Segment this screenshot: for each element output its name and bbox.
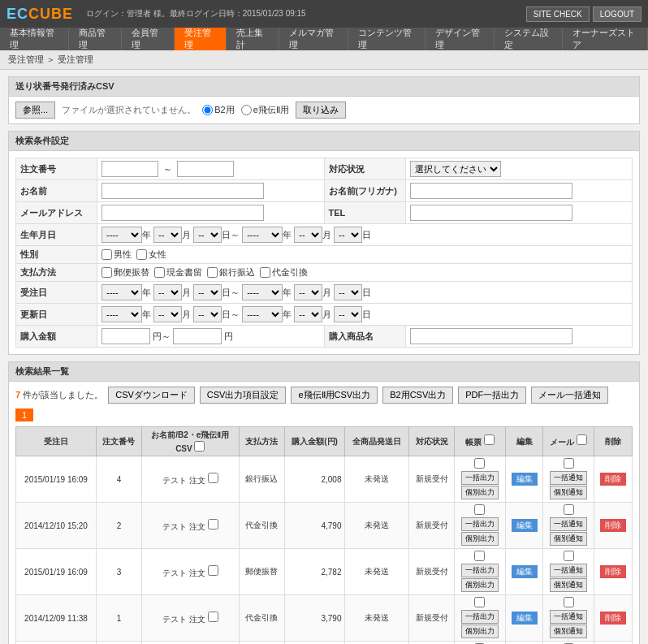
edit-btn-0[interactable]: 編集 bbox=[512, 473, 538, 486]
nav-item-基本情報管理[interactable]: 基本情報管理 bbox=[0, 28, 69, 50]
name-kana-input[interactable] bbox=[410, 183, 572, 199]
individual-output-btn-0[interactable]: 個別出力 bbox=[461, 486, 499, 499]
page-1-button[interactable]: 1 bbox=[15, 408, 33, 421]
nav-item-受注管理[interactable]: 受注管理 bbox=[175, 28, 227, 50]
individual-output-btn-1[interactable]: 個別出力 bbox=[461, 532, 499, 546]
browse-button[interactable]: 参照... bbox=[15, 102, 55, 119]
postal-label[interactable]: 郵便振替 bbox=[102, 266, 149, 279]
receipt-checkbox-0[interactable] bbox=[474, 458, 485, 469]
bulk-output-btn-3[interactable]: 一括出力 bbox=[461, 610, 499, 624]
edit-btn-3[interactable]: 編集 bbox=[512, 612, 538, 625]
nav-item-メルマガ管理[interactable]: メルマガ管理 bbox=[279, 28, 348, 50]
name-csv-all-checkbox[interactable] bbox=[194, 441, 205, 452]
receipt-all-checkbox[interactable] bbox=[484, 434, 495, 445]
ehi-csv-button[interactable]: e飛伝Ⅱ用CSV出力 bbox=[291, 387, 378, 404]
ud-day1[interactable]: -- bbox=[193, 306, 222, 322]
individual-output-btn-3[interactable]: 個別出力 bbox=[461, 625, 499, 638]
bulk-output-btn-2[interactable]: 一括出力 bbox=[461, 564, 499, 577]
nav-item-コンテンツ管理[interactable]: コンテンツ管理 bbox=[348, 28, 426, 50]
mail-checkbox-2[interactable] bbox=[564, 551, 574, 561]
bulk-output-btn-0[interactable]: 一括出力 bbox=[461, 471, 499, 485]
name-checkbox-2[interactable] bbox=[208, 565, 218, 576]
nav-item-システム設定[interactable]: システム設定 bbox=[495, 28, 564, 50]
female-checkbox[interactable] bbox=[136, 249, 147, 260]
ehi-radio[interactable] bbox=[241, 105, 252, 115]
name-input[interactable] bbox=[102, 183, 264, 199]
delete-btn-2[interactable]: 削除 bbox=[600, 565, 626, 578]
email-input[interactable] bbox=[102, 205, 264, 221]
mail-all-checkbox[interactable] bbox=[577, 434, 587, 445]
bulk-notify-btn-2[interactable]: 一括通知 bbox=[550, 564, 587, 577]
import-button[interactable]: 取り込み bbox=[296, 102, 346, 119]
postal-checkbox[interactable] bbox=[102, 267, 112, 278]
individual-notify-btn-0[interactable]: 個別通知 bbox=[550, 486, 587, 499]
od-month1[interactable]: -- bbox=[153, 284, 182, 300]
ud-day2[interactable]: -- bbox=[334, 306, 362, 322]
cash-label[interactable]: 現金書留 bbox=[154, 266, 202, 279]
bulk-output-btn-1[interactable]: 一括出力 bbox=[461, 517, 499, 531]
receipt-checkbox-1[interactable] bbox=[474, 504, 485, 515]
cash-checkbox[interactable] bbox=[154, 267, 165, 278]
status-select[interactable]: 選択してください bbox=[410, 161, 501, 177]
bank-checkbox[interactable] bbox=[207, 267, 218, 278]
csv-download-button[interactable]: CSVダウンロード bbox=[108, 387, 195, 404]
bulk-notify-btn-1[interactable]: 一括通知 bbox=[550, 517, 587, 531]
individual-notify-btn-1[interactable]: 個別通知 bbox=[550, 532, 587, 546]
bulk-notify-btn-3[interactable]: 一括通知 bbox=[550, 610, 587, 624]
od-year1[interactable]: ---- bbox=[102, 284, 142, 300]
female-label[interactable]: 女性 bbox=[136, 249, 166, 261]
od-day2[interactable]: -- bbox=[334, 284, 362, 300]
delete-btn-1[interactable]: 削除 bbox=[600, 519, 626, 532]
b2-radio-label[interactable]: B2用 bbox=[202, 104, 234, 116]
order-number-from-input[interactable] bbox=[102, 161, 158, 177]
nav-item-売上集計[interactable]: 売上集計 bbox=[227, 28, 279, 50]
od-month2[interactable]: -- bbox=[294, 284, 322, 300]
male-checkbox[interactable] bbox=[102, 249, 112, 260]
mail-bulk-button[interactable]: メール一括通知 bbox=[531, 387, 608, 404]
delete-btn-3[interactable]: 削除 bbox=[600, 612, 626, 625]
cod-label[interactable]: 代金引換 bbox=[260, 266, 308, 279]
amount-to-input[interactable] bbox=[173, 328, 222, 344]
bday-month1[interactable]: -- bbox=[153, 227, 182, 243]
tel-input[interactable] bbox=[410, 205, 572, 221]
ud-year2[interactable]: ---- bbox=[242, 306, 283, 322]
pdf-output-button[interactable]: PDF一括出力 bbox=[458, 387, 526, 404]
b2-radio[interactable] bbox=[202, 105, 213, 115]
site-check-button[interactable]: SITE CHECK bbox=[526, 6, 590, 22]
order-number-to-input[interactable] bbox=[177, 161, 234, 177]
product-name-input[interactable] bbox=[410, 328, 572, 344]
mail-checkbox-0[interactable] bbox=[564, 458, 574, 469]
name-checkbox-0[interactable] bbox=[208, 473, 218, 483]
bday-year1[interactable]: ---- bbox=[102, 227, 142, 243]
individual-output-btn-2[interactable]: 個別出力 bbox=[461, 578, 499, 592]
edit-btn-1[interactable]: 編集 bbox=[512, 519, 538, 532]
bank-label[interactable]: 銀行振込 bbox=[207, 266, 255, 279]
od-year2[interactable]: ---- bbox=[242, 284, 283, 300]
bday-day2[interactable]: -- bbox=[334, 227, 362, 243]
od-day1[interactable]: -- bbox=[193, 284, 222, 300]
bday-year2[interactable]: ---- bbox=[242, 227, 283, 243]
edit-btn-2[interactable]: 編集 bbox=[512, 565, 538, 578]
receipt-checkbox-3[interactable] bbox=[474, 597, 485, 607]
mail-checkbox-1[interactable] bbox=[564, 504, 574, 515]
delete-btn-0[interactable]: 削除 bbox=[600, 473, 626, 486]
b2-csv-button[interactable]: B2用CSV出力 bbox=[382, 387, 453, 404]
name-checkbox-1[interactable] bbox=[208, 519, 218, 529]
nav-item-会員管理[interactable]: 会員管理 bbox=[122, 28, 175, 50]
bday-month2[interactable]: -- bbox=[294, 227, 322, 243]
logout-button[interactable]: LOGOUT bbox=[593, 6, 642, 22]
mail-checkbox-3[interactable] bbox=[564, 597, 574, 607]
male-label[interactable]: 男性 bbox=[102, 249, 132, 261]
ehi-radio-label[interactable]: e飛伝Ⅱ用 bbox=[241, 104, 289, 116]
individual-notify-btn-3[interactable]: 個別通知 bbox=[550, 625, 587, 638]
bday-day1[interactable]: -- bbox=[193, 227, 222, 243]
ud-month1[interactable]: -- bbox=[153, 306, 182, 322]
ud-month2[interactable]: -- bbox=[294, 306, 322, 322]
ud-year1[interactable]: ---- bbox=[102, 306, 142, 322]
nav-item-オーナーズストア[interactable]: オーナーズストア bbox=[563, 28, 648, 50]
amount-from-input[interactable] bbox=[102, 328, 150, 344]
name-checkbox-3[interactable] bbox=[208, 612, 218, 622]
individual-notify-btn-2[interactable]: 個別通知 bbox=[550, 578, 587, 592]
bulk-notify-btn-0[interactable]: 一括通知 bbox=[550, 471, 587, 485]
receipt-checkbox-2[interactable] bbox=[474, 551, 485, 561]
